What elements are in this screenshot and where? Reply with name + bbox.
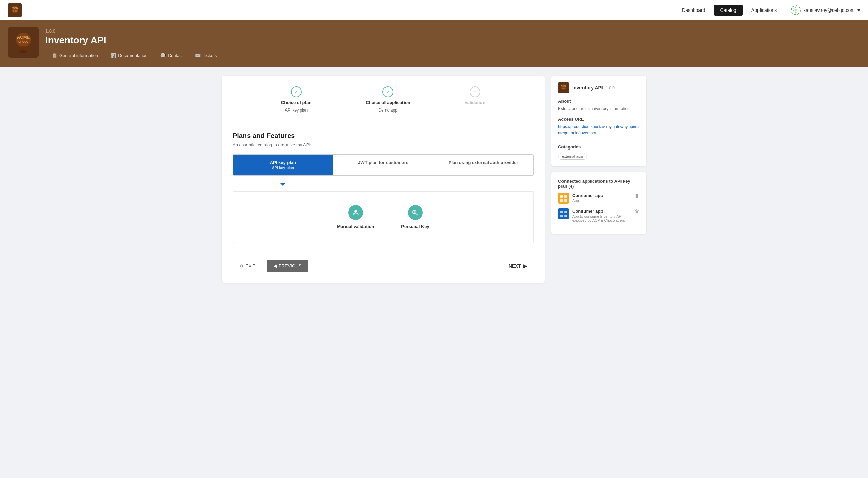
general-info-icon: 📋 [52, 53, 57, 58]
documentation-icon: 📊 [110, 53, 116, 58]
step-connector-2 [410, 92, 465, 92]
connected-app-2: Consumer app App to consume Inventory AP… [558, 208, 639, 222]
exit-button[interactable]: ⊘ EXIT [233, 260, 262, 272]
plan-tab-external-auth[interactable]: Plan using external auth provider [433, 155, 533, 175]
about-section-text: Extract and adjust inventory information [558, 106, 639, 112]
tab-contact-label: Contact [168, 53, 183, 58]
user-email: kaustav.roy@celigo.com [803, 7, 855, 13]
contact-icon: 💬 [160, 53, 166, 58]
svg-text:CHOCO: CHOCO [18, 40, 28, 43]
svg-rect-27 [560, 211, 563, 213]
spacer2 [433, 183, 534, 186]
applications-nav-link[interactable]: Applications [745, 5, 783, 16]
plan-tab-api-key[interactable]: API key plan API key plan [233, 155, 333, 175]
next-icon: ▶ [523, 263, 527, 269]
plan-tab-jwt[interactable]: JWT plan for customers [333, 155, 434, 175]
separator-1 [558, 140, 639, 140]
tab-documentation[interactable]: 📊 Documentation [104, 51, 154, 61]
plan-active-arrow-container [233, 183, 534, 186]
connected-app-1-icon [558, 193, 569, 204]
tickets-icon: ✉️ [195, 53, 201, 58]
step-3-circle: ○ [470, 86, 480, 97]
svg-point-12 [19, 50, 27, 53]
svg-text:CHOC: CHOC [13, 10, 18, 12]
svg-text:CHOC: CHOC [562, 88, 566, 89]
feature-personal-key: Personal Key [401, 205, 429, 229]
left-panel: ✓ Choice of plan API key plan ✓ Choice o… [222, 76, 545, 283]
step-2-label: Choice of application [366, 100, 410, 105]
svg-rect-23 [564, 195, 567, 198]
access-url-link[interactable]: https://production-kaustav-roy.gateway.a… [558, 124, 639, 136]
api-name: Inventory API [45, 35, 223, 46]
side-api-header: ACME CHOC Inventory API 1.0.0 [558, 82, 639, 93]
plan-tab-jwt-name: JWT plan for customers [339, 160, 428, 165]
step-connector-1 [311, 92, 366, 92]
exit-label: EXIT [245, 263, 255, 268]
connected-app-2-delete-icon[interactable]: 🗑 [635, 208, 639, 214]
step-1-label: Choice of plan [281, 100, 312, 105]
svg-text:ACME: ACME [17, 35, 30, 40]
svg-line-15 [416, 213, 418, 215]
features-area: Manual validation Personal Key [233, 191, 534, 243]
plan-tab-api-key-sub: API key plan [238, 166, 328, 170]
tab-general-information[interactable]: 📋 General information [45, 51, 104, 61]
tab-contact[interactable]: 💬 Contact [154, 51, 189, 61]
connected-app-1-name: Consumer app [572, 193, 631, 198]
step-validation: ○ Validation [465, 86, 485, 105]
api-logo: ACME CHOCO [8, 27, 39, 58]
connected-app-2-description: App to consume Inventory API exposed by … [572, 214, 631, 222]
step-1-sublabel: API key plan [285, 108, 308, 113]
spacer1 [333, 183, 433, 186]
side-api-logo-icon: ACME CHOC [558, 82, 569, 93]
connected-app-1-info: Consumer app App [572, 193, 631, 203]
catalog-nav-link[interactable]: Catalog [714, 5, 743, 16]
acme-logo-icon: ACME CHOC [8, 3, 22, 17]
side-api-logo: ACME CHOC [558, 82, 569, 93]
next-label: NEXT [509, 263, 521, 269]
plans-subtitle: An essential catalog to organize my APIs [233, 142, 534, 147]
manual-validation-label: Manual validation [337, 224, 374, 229]
user-menu[interactable]: kaustav.roy@celigo.com ▾ [791, 5, 860, 15]
tab-general-label: General information [59, 53, 98, 58]
main-content: ✓ Choice of plan API key plan ✓ Choice o… [214, 67, 654, 291]
user-dropdown-arrow[interactable]: ▾ [857, 7, 860, 13]
step-choice-of-application: ✓ Choice of application Demo app [366, 86, 410, 113]
connected-app-2-icon [558, 208, 569, 219]
top-navigation: ACME CHOC Dashboard Catalog Applications… [0, 0, 868, 20]
nav-links: Dashboard Catalog Applications kaustav.r… [676, 5, 860, 16]
category-badge-external-apis[interactable]: external-apis [558, 153, 587, 160]
side-api-name-area: Inventory API 1.0.0 [572, 85, 615, 91]
feature-manual-validation: Manual validation [337, 205, 374, 229]
svg-rect-21 [559, 194, 568, 203]
api-header-banner: ACME CHOCO 1.0.0 Inventory API 📋 General… [0, 20, 868, 67]
plans-tabs: API key plan API key plan JWT plan for c… [233, 154, 534, 176]
connected-apps-card: Connected applications to API key plan (… [551, 172, 646, 234]
svg-rect-28 [564, 211, 567, 213]
logo[interactable]: ACME CHOC [8, 3, 22, 17]
next-button[interactable]: NEXT ▶ [502, 260, 534, 272]
tab-tickets[interactable]: ✉️ Tickets [189, 51, 223, 61]
plan-active-arrow [233, 183, 333, 186]
plans-section: Plans and Features An essential catalog … [233, 132, 534, 243]
previous-icon: ◀ [273, 263, 277, 268]
side-api-version: 1.0.0 [606, 86, 615, 91]
dashboard-nav-link[interactable]: Dashboard [676, 5, 711, 16]
api-title-area: 1.0.0 Inventory API 📋 General informatio… [45, 27, 223, 61]
api-tabs: 📋 General information 📊 Documentation 💬 … [45, 51, 223, 61]
plan-tab-api-key-name: API key plan [238, 160, 328, 165]
svg-rect-24 [560, 199, 563, 202]
connected-app-1-delete-icon[interactable]: 🗑 [635, 193, 639, 198]
step-2-circle: ✓ [382, 86, 393, 97]
action-left-buttons: ⊘ EXIT ◀ PREVIOUS [233, 260, 308, 272]
svg-rect-25 [564, 199, 567, 202]
svg-point-11 [17, 46, 29, 51]
svg-text:ACME: ACME [561, 85, 566, 87]
previous-button[interactable]: ◀ PREVIOUS [267, 260, 308, 272]
svg-text:ACME: ACME [12, 7, 19, 9]
step-3-label: Validation [465, 100, 485, 105]
step-2-sublabel: Demo app [378, 108, 397, 113]
plan-tab-external-auth-name: Plan using external auth provider [439, 160, 528, 165]
connected-app-1-type: App [572, 199, 631, 203]
api-version: 1.0.0 [45, 28, 223, 34]
svg-rect-29 [560, 215, 563, 217]
